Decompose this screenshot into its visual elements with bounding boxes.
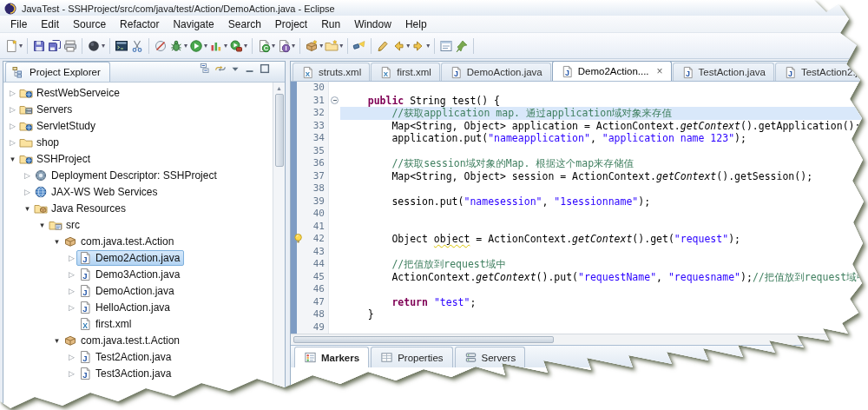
menu-navigate[interactable]: Navigate — [166, 17, 220, 32]
tree-collapsed-arrow-icon[interactable]: ▷ — [67, 287, 76, 295]
code-line-30[interactable]: 30 — [291, 82, 868, 95]
tab-project-explorer[interactable]: Project Explorer — [5, 62, 110, 82]
tree-collapsed-arrow-icon[interactable]: ▷ — [8, 138, 17, 147]
tree-collapsed-arrow-icon[interactable]: ▷ — [67, 270, 76, 279]
back-button[interactable]: ▾ — [391, 36, 411, 56]
view-tab-markers[interactable]: Markers — [294, 347, 369, 367]
tree-item-src[interactable]: ▾src — [3, 216, 273, 233]
editor-tab-first-xml[interactable]: Xfirst.xml — [371, 63, 440, 81]
tree-item-content[interactable]: RestWebServeice — [17, 85, 124, 101]
code-line-39[interactable]: 39 session.put("namesession", "1sessionn… — [291, 195, 868, 208]
code-line-45[interactable]: 45 ActionContext.getContext().put("reque… — [291, 271, 868, 284]
menu-project[interactable]: Project — [268, 17, 314, 32]
dropdown-arrow-icon[interactable]: ▾ — [204, 42, 207, 50]
dropdown-arrow-icon[interactable]: ▾ — [19, 42, 23, 50]
close-tab-icon[interactable]: × — [657, 66, 663, 76]
link-editor-button[interactable] — [214, 63, 227, 78]
view-tab-properties[interactable]: Properties — [371, 347, 452, 367]
tree-item-content[interactable]: shop — [17, 135, 63, 150]
tree-item-demoaction-java[interactable]: ▷JDemoAction.java — [3, 282, 273, 299]
menu-refactor[interactable]: Refactor — [113, 17, 166, 32]
editor-tab-demoaction-java[interactable]: JDemoAction.java — [441, 63, 551, 81]
run-external-button[interactable]: ▾ — [228, 36, 248, 56]
view-tab-servers[interactable]: Servers — [455, 347, 526, 367]
tree-item-content[interactable]: JDemoAction.java — [76, 283, 179, 299]
print-button[interactable] — [62, 36, 78, 56]
code-line-41[interactable]: 41 — [291, 221, 868, 234]
tree-item-content[interactable]: com.java.test.t.Action — [62, 333, 184, 348]
tree-item-java-resources[interactable]: ▾Java Resources — [3, 200, 273, 216]
coverage-button[interactable]: ▾ — [208, 36, 228, 56]
forward-button[interactable]: ▾ — [411, 36, 431, 56]
code-line-32[interactable]: 32 //获取application map. 通过application域对象… — [291, 107, 868, 120]
new-wizard-button[interactable]: ▾ — [3, 36, 23, 56]
tree-expanded-arrow-icon[interactable]: ▾ — [52, 237, 62, 246]
menu-help[interactable]: Help — [398, 17, 434, 32]
tree-item-content[interactable]: Java Resources — [32, 201, 130, 216]
tree-item-content[interactable]: Deployment Descriptor: SSHProject — [32, 168, 221, 183]
tree-item-test3action-java[interactable]: ▷JTest3Action.java — [3, 365, 273, 381]
tree-collapsed-arrow-icon[interactable]: ▷ — [67, 254, 76, 262]
menu-edit[interactable]: Edit — [34, 17, 66, 32]
last-edit-button[interactable] — [375, 36, 391, 56]
tree-collapsed-arrow-icon[interactable]: ▷ — [23, 171, 32, 180]
tree-item-content[interactable]: Servers — [17, 102, 76, 117]
new-package-button[interactable]: ▾ — [304, 36, 324, 56]
dropdown-arrow-icon[interactable]: ▾ — [244, 42, 247, 50]
scrollbar-thumb[interactable] — [275, 94, 284, 167]
save-all-button[interactable] — [47, 36, 62, 56]
tree-item-content[interactable]: JTest2Action.java — [76, 349, 175, 365]
code-line-47[interactable]: 47 return "test"; — [291, 296, 868, 309]
cut-button[interactable] — [129, 36, 145, 56]
menu-run[interactable]: Run — [314, 17, 347, 32]
tree-item-first-xml[interactable]: Xfirst.xml — [3, 315, 273, 332]
tree-item-restwebserveice[interactable]: ▷RestWebServeice — [3, 84, 273, 101]
editor-tab-testaction-java[interactable]: JTestAction.java — [673, 63, 774, 81]
dropdown-arrow-icon[interactable]: ▾ — [319, 42, 323, 50]
editor-tab-struts-xml[interactable]: Xstruts.xml — [293, 63, 370, 81]
tree-collapsed-arrow-icon[interactable]: ▷ — [8, 105, 17, 114]
dropdown-arrow-icon[interactable]: ▾ — [292, 42, 295, 50]
code-line-40[interactable]: 40 — [291, 208, 868, 221]
explorer-scrollbar[interactable]: ▲ — [273, 83, 285, 409]
code-line-43[interactable]: 43 — [291, 246, 868, 259]
code-line-31[interactable]: 31 public String test() { — [291, 95, 868, 108]
tree-item-content[interactable]: JDemo2Action.java — [76, 250, 184, 266]
pin-editor-button[interactable] — [454, 36, 470, 56]
tree-item-demo3action-java[interactable]: ▷JDemo3Action.java — [3, 266, 273, 282]
menu-window[interactable]: Window — [347, 17, 398, 32]
tree-expanded-arrow-icon[interactable]: ▾ — [23, 204, 32, 213]
skip-breakpoints-button[interactable] — [153, 36, 168, 56]
tree-collapsed-arrow-icon[interactable]: ▷ — [67, 369, 76, 378]
tree-item-content[interactable]: ServletStudy — [17, 118, 100, 134]
open-console-button[interactable]: ▾ — [86, 36, 106, 56]
code-line-38[interactable]: 38 — [291, 182, 868, 195]
dropdown-arrow-icon[interactable]: ▾ — [102, 42, 105, 50]
editor-list-button[interactable] — [438, 36, 454, 56]
tree-item-content[interactable]: JHelloAction.java — [76, 300, 174, 315]
tree-collapsed-arrow-icon[interactable]: ▷ — [67, 353, 76, 361]
menu-file[interactable]: File — [3, 17, 34, 32]
fold-collapse-icon[interactable] — [328, 95, 340, 108]
collapse-all-button[interactable] — [200, 63, 212, 78]
tree-expanded-arrow-icon[interactable]: ▾ — [8, 155, 17, 163]
tree-item-content[interactable]: com.java.test.Action — [62, 234, 178, 249]
code-line-33[interactable]: 33 Map<String, Object> application = Act… — [291, 120, 868, 133]
tree-collapsed-arrow-icon[interactable]: ▷ — [8, 122, 17, 130]
tree-item-sshproject[interactable]: ▾SSHProject — [3, 150, 273, 167]
editor-hscrollbar[interactable] — [291, 334, 868, 345]
tree-item-com-java-test-action[interactable]: ▾com.java.test.Action — [3, 233, 273, 249]
tree-collapsed-arrow-icon[interactable]: ▷ — [8, 89, 17, 97]
tree-collapsed-arrow-icon[interactable]: ▷ — [23, 188, 32, 196]
dropdown-arrow-icon[interactable]: ▾ — [426, 42, 430, 50]
tree-collapsed-arrow-icon[interactable]: ▷ — [67, 303, 76, 312]
dropdown-arrow-icon[interactable]: ▾ — [406, 42, 410, 50]
dropdown-arrow-icon[interactable]: ▾ — [272, 42, 275, 50]
tree-expanded-arrow-icon[interactable]: ▾ — [37, 221, 47, 229]
hscrollbar-thumb[interactable] — [293, 336, 554, 343]
editor-tab-testaction2-java[interactable]: JTestAction2.java — [775, 63, 868, 81]
tree-item-com-java-test-t-action[interactable]: ▾com.java.test.t.Action — [3, 332, 273, 348]
save-button[interactable] — [31, 36, 47, 56]
console-view-button[interactable] — [114, 36, 129, 56]
code-line-36[interactable]: 36 //获取session域对象的Map. 根据这个map来存储值 — [291, 157, 868, 170]
